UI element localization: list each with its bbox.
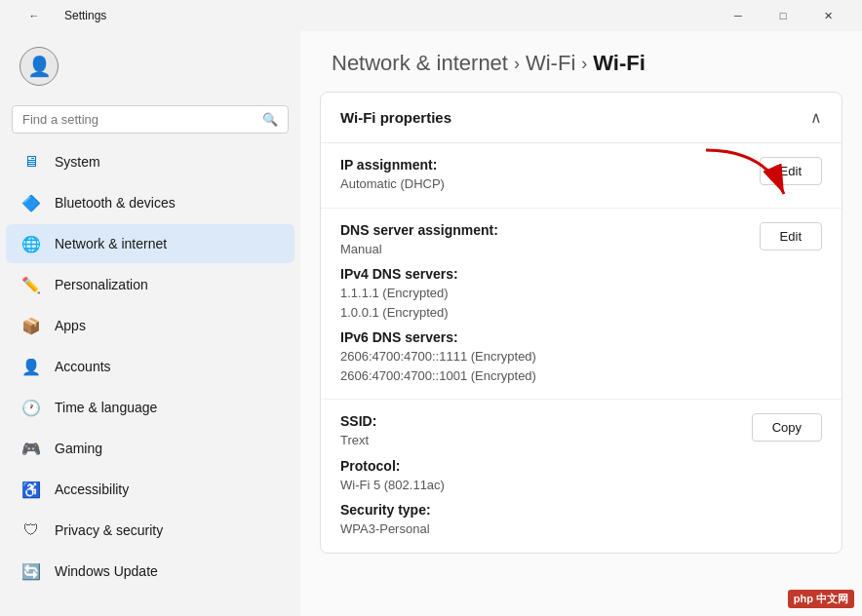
sidebar-label-gaming: Gaming xyxy=(55,441,102,456)
ssid-copy-action: Copy xyxy=(752,413,822,442)
window-controls: ─ □ ✕ xyxy=(716,0,850,31)
ssid-value: Trext xyxy=(340,431,736,450)
card-header: Wi-Fi properties ∧ xyxy=(321,93,842,143)
bluetooth-icon: 🔷 xyxy=(21,193,41,212)
dns-assignment-label: DNS server assignment: xyxy=(340,222,744,238)
user-icon: 👤 xyxy=(27,55,52,78)
accounts-icon: 👤 xyxy=(21,357,41,376)
wifi-card-wrapper: Wi-Fi properties ∧ IP assignment: Automa… xyxy=(300,92,862,554)
sidebar-item-time[interactable]: 🕐 Time & language xyxy=(6,388,294,427)
main-content: Network & internet › Wi-Fi › Wi-Fi xyxy=(300,31,862,616)
search-icon: 🔍 xyxy=(262,112,278,127)
accessibility-icon: ♿ xyxy=(21,480,41,499)
minimize-button[interactable]: ─ xyxy=(716,0,761,31)
protocol-value: Wi-Fi 5 (802.11ac) xyxy=(340,476,736,495)
sidebar-item-accounts[interactable]: 👤 Accounts xyxy=(6,347,294,386)
search-box[interactable]: 🔍 xyxy=(12,105,289,134)
breadcrumb-current: Wi-Fi xyxy=(593,51,646,76)
ip-assignment-row: IP assignment: Automatic (DHCP) Edit xyxy=(321,143,842,209)
apps-icon: 📦 xyxy=(21,316,41,335)
sidebar-label-system: System xyxy=(55,154,100,170)
dns-info: DNS server assignment: Manual IPv4 DNS s… xyxy=(340,222,744,386)
ip-assignment-value: Automatic (DHCP) xyxy=(340,174,744,194)
sidebar-label-accounts: Accounts xyxy=(55,359,111,374)
watermark: php 中文网 xyxy=(788,590,854,608)
app-body: 👤 🔍 🖥 System 🔷 Bluetooth & devices 🌐 Net… xyxy=(0,31,862,616)
card-title: Wi-Fi properties xyxy=(340,109,451,126)
ipv4-value2: 1.0.0.1 (Encrypted) xyxy=(340,303,744,323)
time-icon: 🕐 xyxy=(21,398,41,417)
ip-edit-button[interactable]: Edit xyxy=(760,157,822,185)
app-title: Settings xyxy=(64,9,106,22)
personalization-icon: ✏️ xyxy=(21,275,41,294)
ssid-info: SSID: Trext Protocol: Wi-Fi 5 (802.11ac)… xyxy=(340,413,736,539)
sidebar-label-time: Time & language xyxy=(55,400,157,415)
ip-assignment-label: IP assignment: xyxy=(340,157,744,173)
sidebar-label-personalization: Personalization xyxy=(55,277,148,292)
dns-edit-action: Edit xyxy=(760,222,822,250)
close-button[interactable]: ✕ xyxy=(805,0,850,31)
sidebar-item-personalization[interactable]: ✏️ Personalization xyxy=(6,265,294,304)
ssid-copy-button[interactable]: Copy xyxy=(752,413,822,442)
update-icon: 🔄 xyxy=(21,561,41,581)
ssid-row: SSID: Trext Protocol: Wi-Fi 5 (802.11ac)… xyxy=(321,400,842,553)
security-label: Security type: xyxy=(340,502,736,518)
ip-edit-action: Edit xyxy=(760,157,822,185)
gaming-icon: 🎮 xyxy=(21,439,41,458)
breadcrumb-sep1: › xyxy=(514,54,520,74)
sidebar-label-update: Windows Update xyxy=(55,563,158,579)
sidebar-label-accessibility: Accessibility xyxy=(55,481,129,497)
sidebar-item-windows-update[interactable]: 🔄 Windows Update xyxy=(6,552,294,591)
back-button[interactable]: ← xyxy=(12,0,57,31)
security-value: WPA3-Personal xyxy=(340,520,736,539)
sidebar: 👤 🔍 🖥 System 🔷 Bluetooth & devices 🌐 Net… xyxy=(0,31,300,616)
breadcrumb-sep2: › xyxy=(581,54,587,74)
breadcrumb: Network & internet › Wi-Fi › Wi-Fi xyxy=(300,31,862,92)
user-section: 👤 xyxy=(0,31,300,101)
avatar: 👤 xyxy=(20,47,59,86)
breadcrumb-part1: Network & internet xyxy=(332,51,508,76)
sidebar-label-privacy: Privacy & security xyxy=(55,522,163,538)
sidebar-label-apps: Apps xyxy=(55,318,86,333)
sidebar-item-accessibility[interactable]: ♿ Accessibility xyxy=(6,470,294,509)
sidebar-item-system[interactable]: 🖥 System xyxy=(6,142,294,181)
maximize-button[interactable]: □ xyxy=(761,0,805,31)
title-bar: ← Settings ─ □ ✕ xyxy=(0,0,862,31)
sidebar-item-gaming[interactable]: 🎮 Gaming xyxy=(6,429,294,468)
ipv4-label: IPv4 DNS servers: xyxy=(340,266,744,282)
dns-assignment-row: DNS server assignment: Manual IPv4 DNS s… xyxy=(321,209,842,401)
sidebar-item-network[interactable]: 🌐 Network & internet xyxy=(6,224,294,263)
ssid-label: SSID: xyxy=(340,413,736,429)
sidebar-label-network: Network & internet xyxy=(55,236,167,251)
dns-value: Manual xyxy=(340,240,744,259)
sidebar-item-privacy[interactable]: 🛡 Privacy & security xyxy=(6,511,294,550)
ipv4-value1: 1.1.1.1 (Encrypted) xyxy=(340,284,744,303)
sidebar-label-bluetooth: Bluetooth & devices xyxy=(55,195,176,211)
protocol-label: Protocol: xyxy=(340,458,736,474)
dns-edit-button[interactable]: Edit xyxy=(760,222,822,250)
network-icon: 🌐 xyxy=(21,234,41,253)
sidebar-item-bluetooth[interactable]: 🔷 Bluetooth & devices xyxy=(6,183,294,222)
breadcrumb-part2: Wi-Fi xyxy=(526,51,575,76)
privacy-icon: 🛡 xyxy=(21,520,41,540)
wifi-properties-card: Wi-Fi properties ∧ IP assignment: Automa… xyxy=(320,92,842,554)
ip-assignment-info: IP assignment: Automatic (DHCP) xyxy=(340,157,744,194)
collapse-button[interactable]: ∧ xyxy=(810,108,822,127)
ipv6-value2: 2606:4700:4700::1001 (Encrypted) xyxy=(340,366,744,386)
sidebar-item-apps[interactable]: 📦 Apps xyxy=(6,306,294,345)
search-input[interactable] xyxy=(22,112,255,127)
title-bar-left: ← Settings xyxy=(12,0,106,31)
ipv6-value1: 2606:4700:4700::1111 (Encrypted) xyxy=(340,347,744,366)
system-icon: 🖥 xyxy=(21,152,41,172)
ipv6-label: IPv6 DNS servers: xyxy=(340,329,744,345)
